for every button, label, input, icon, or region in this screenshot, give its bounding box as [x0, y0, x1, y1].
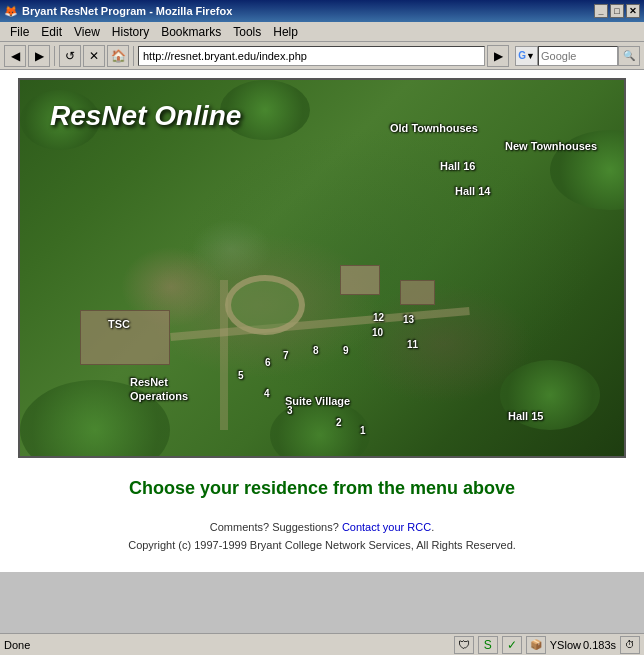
page-content: Choose your residence from the menu abov… [18, 458, 626, 564]
yslow-area: YSlow 0.183s [550, 639, 616, 651]
number-3[interactable]: 3 [287, 405, 293, 416]
clock-icon: ⏱ [620, 636, 640, 654]
label-hall-14[interactable]: Hall 14 [455, 185, 490, 197]
copyright-text: Copyright (c) 1997-1999 Bryant College N… [128, 539, 516, 551]
home-button[interactable]: 🏠 [107, 45, 129, 67]
status-icons: 🛡 S ✓ 📦 YSlow 0.183s ⏱ [454, 636, 640, 654]
number-2[interactable]: 2 [336, 417, 342, 428]
number-7[interactable]: 7 [283, 350, 289, 361]
label-old-townhouses[interactable]: Old Townhouses [390, 122, 478, 134]
number-6[interactable]: 6 [265, 357, 271, 368]
label-suite-village[interactable]: Suite Village [285, 395, 350, 407]
toolbar: ◀ ▶ ↺ ✕ 🏠 ▶ G ▼ 🔍 [0, 42, 644, 70]
number-12[interactable]: 12 [373, 312, 384, 323]
go-button[interactable]: ▶ [487, 45, 509, 67]
reload-button[interactable]: ↺ [59, 45, 81, 67]
label-hall-15[interactable]: Hall 15 [508, 410, 543, 422]
toolbar-separator2 [133, 46, 134, 66]
number-5[interactable]: 5 [238, 370, 244, 381]
roundabout [225, 275, 305, 335]
search-area: G ▼ 🔍 [515, 46, 640, 66]
campus-map: ResNet Online Old Townhouses Hall 16 New… [18, 78, 626, 458]
search-button[interactable]: 🔍 [618, 46, 640, 66]
map-title: ResNet Online [50, 100, 241, 132]
google-dropdown-icon[interactable]: ▼ [526, 51, 535, 61]
menu-tools[interactable]: Tools [227, 23, 267, 41]
yslow-time: 0.183s [583, 639, 616, 651]
number-4[interactable]: 4 [264, 388, 270, 399]
yslow-label: YSlow [550, 639, 581, 651]
menu-history[interactable]: History [106, 23, 155, 41]
menu-bookmarks[interactable]: Bookmarks [155, 23, 227, 41]
back-button[interactable]: ◀ [4, 45, 26, 67]
number-9[interactable]: 9 [343, 345, 349, 356]
check-icon: ✓ [502, 636, 522, 654]
ssl-icon: S [478, 636, 498, 654]
search-input[interactable] [538, 46, 618, 66]
close-button[interactable]: ✕ [626, 4, 640, 18]
menu-view[interactable]: View [68, 23, 106, 41]
security-icon: 🛡 [454, 636, 474, 654]
comments-text: Comments? Suggestions? [210, 521, 339, 533]
label-new-townhouses[interactable]: New Townhouses [505, 140, 597, 152]
maximize-button[interactable]: □ [610, 4, 624, 18]
browser-icon: 🦊 [4, 5, 18, 18]
window-title: Bryant ResNet Program - Mozilla Firefox [22, 5, 232, 17]
contact-rcc-link[interactable]: Contact your RCC [342, 521, 431, 533]
main-message: Choose your residence from the menu abov… [18, 478, 626, 499]
forward-button[interactable]: ▶ [28, 45, 50, 67]
label-resnet-ops[interactable]: ResNetOperations [130, 375, 188, 404]
google-icon: G [518, 50, 526, 61]
number-1[interactable]: 1 [360, 425, 366, 436]
menu-file[interactable]: File [4, 23, 35, 41]
number-10[interactable]: 10 [372, 327, 383, 338]
menu-help[interactable]: Help [267, 23, 304, 41]
window-controls[interactable]: _ □ ✕ [594, 4, 640, 18]
number-8[interactable]: 8 [313, 345, 319, 356]
status-bar: Done 🛡 S ✓ 📦 YSlow 0.183s ⏱ [0, 633, 644, 655]
title-bar: 🦊 Bryant ResNet Program - Mozilla Firefo… [0, 0, 644, 22]
menu-edit[interactable]: Edit [35, 23, 68, 41]
toolbar-separator [54, 46, 55, 66]
menu-bar: File Edit View History Bookmarks Tools H… [0, 22, 644, 42]
minimize-button[interactable]: _ [594, 4, 608, 18]
addon-icon: 📦 [526, 636, 546, 654]
building-2 [400, 280, 435, 305]
address-input[interactable] [143, 50, 480, 62]
address-bar [138, 46, 485, 66]
stop-button[interactable]: ✕ [83, 45, 105, 67]
number-13[interactable]: 13 [403, 314, 414, 325]
label-tsc[interactable]: TSC [108, 318, 130, 330]
building-1 [340, 265, 380, 295]
footer-area: Comments? Suggestions? Contact your RCC.… [18, 519, 626, 554]
number-11[interactable]: 11 [407, 339, 418, 350]
status-text: Done [4, 639, 454, 651]
content-area: ResNet Online Old Townhouses Hall 16 New… [0, 70, 644, 572]
label-hall-16[interactable]: Hall 16 [440, 160, 475, 172]
